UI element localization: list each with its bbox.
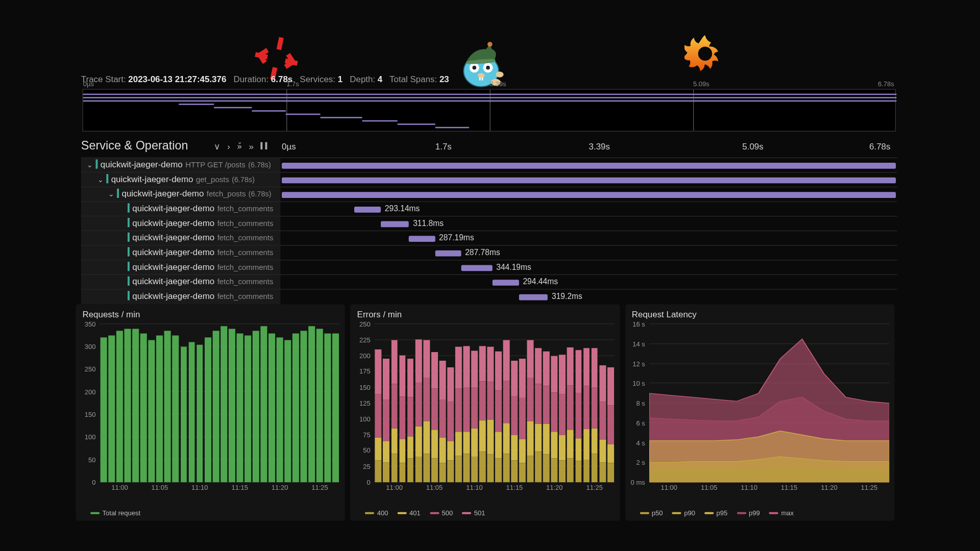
legend: p50p90p95p99max [640,510,794,517]
span-duration: (6.78s) [232,176,255,184]
legend-item[interactable]: p50 [640,510,663,517]
svg-point-11 [472,66,476,70]
bar-plot [374,324,614,482]
spans-value: 23 [439,74,449,85]
logo-row [0,16,979,76]
span-row[interactable]: quickwit-jaeger-demo fetch_comments 319.… [81,289,897,304]
svg-point-17 [487,42,493,47]
depth-label: Depth: [350,74,375,85]
operation-name: fetch_comments [217,205,274,213]
services-label: Services: [300,74,335,85]
span-row[interactable]: quickwit-jaeger-demo fetch_comments 293.… [81,202,897,216]
x-axis: 11:0011:0511:1011:1511:2011:25 [649,484,889,493]
span-row[interactable]: quickwit-jaeger-demo fetch_comments 311.… [81,216,897,231]
service-name: quickwit-jaeger-demo [111,174,193,184]
operation-name: fetch_comments [217,292,274,300]
service-name: quickwit-jaeger-demo [132,233,214,243]
service-name: quickwit-jaeger-demo [121,189,204,199]
collapse-icon[interactable]: ∨ [214,141,220,152]
service-name: quickwit-jaeger-demo [132,277,214,287]
span-duration: (6.78s) [248,161,271,169]
span-header-row: Service & Operation ∨ › »̌ » 0µs1.7s3.39… [81,139,897,156]
services-value: 1 [338,74,342,85]
legend-item[interactable]: p90 [672,510,695,517]
span-duration-label: 287.78ms [465,248,500,257]
expand-icon[interactable]: › [227,141,230,152]
legend-item[interactable]: 500 [430,510,453,517]
timeline-ruler: 0µs1.7s3.39s5.09s6.78s [282,141,896,155]
operation-name: fetch_comments [217,219,274,228]
legend-item[interactable]: 501 [462,510,485,517]
span-duration-label: 293.14ms [385,204,420,213]
span-row[interactable]: ⌄ quickwit-jaeger-demo get_posts (6.78s) [81,172,897,187]
operation-name: fetch_comments [217,278,274,286]
span-duration-label: 294.44ms [523,277,558,286]
span-duration-label: 344.19ms [496,262,531,271]
operation-name: fetch_comments [217,234,274,242]
legend-item[interactable]: 401 [398,510,421,517]
span-row[interactable]: ⌄ quickwit-jaeger-demo HTTP GET /posts (… [81,158,897,172]
operation-name: fetch_comments [217,248,274,257]
legend-item[interactable]: Total request [90,510,140,517]
legend-item[interactable]: p95 [704,510,727,517]
span-duration-label: 311.8ms [413,218,444,228]
span-row[interactable]: ⌄ quickwit-jaeger-demo fetch_posts (6.78… [81,187,897,202]
y-axis: 0255075100125150175200225250 [351,324,373,482]
bar-plot [100,324,339,482]
service-name: quickwit-jaeger-demo [132,262,214,272]
collapse-all-icon[interactable]: »̌ [237,141,242,152]
service-name: quickwit-jaeger-demo [132,203,214,213]
area-plot [649,324,889,482]
span-list: ⌄ quickwit-jaeger-demo HTTP GET /posts (… [81,158,897,304]
operation-name: HTTP GET /posts [185,161,246,169]
depth-value: 4 [378,74,382,85]
chevron-down-icon[interactable]: ⌄ [86,161,93,169]
panel-errors[interactable]: Errors / min 025507510012515017520022525… [351,304,620,520]
y-axis: 0 ms2 s4 s6 s8 s10 s12 s14 s16 s [625,324,648,482]
span-duration-label: 287.19ms [439,233,474,242]
trace-start-value: 2023-06-13 21:27:45.376 [128,74,226,85]
operation-name: fetch_comments [217,263,274,271]
svg-rect-0 [277,37,284,51]
chevron-down-icon[interactable]: ⌄ [108,190,114,198]
legend-item[interactable]: 400 [365,510,388,517]
legend: Total request [90,510,140,517]
panel-title: Errors / min [351,304,620,322]
duration-label: Duration: [233,74,268,85]
operation-name: fetch_posts [207,190,246,198]
legend-item[interactable]: max [769,510,794,517]
trace-summary: Trace Start: 2023-06-13 21:27:45.376 Dur… [81,74,897,85]
span-row[interactable]: quickwit-jaeger-demo fetch_comments 294.… [81,274,897,289]
span-row[interactable]: quickwit-jaeger-demo fetch_comments 287.… [81,231,897,245]
pause-icon[interactable] [260,141,267,152]
x-axis: 11:0011:0511:1011:1511:2011:25 [100,484,339,493]
y-axis: 050100150200250300350 [76,324,98,482]
panel-title: Request Latency [625,304,895,322]
service-name: quickwit-jaeger-demo [132,247,214,257]
panel-requests[interactable]: Requests / min 050100150200250300350 11:… [76,304,345,520]
span-row[interactable]: quickwit-jaeger-demo fetch_comments 287.… [81,245,897,260]
chevron-down-icon[interactable]: ⌄ [97,176,104,184]
service-operation-heading: Service & Operation [81,139,188,153]
operation-name: get_posts [196,176,229,184]
span-duration: (6.78s) [249,190,272,198]
panel-latency[interactable]: Request Latency 0 ms2 s4 s6 s8 s10 s12 s… [625,304,895,520]
expand-all-icon[interactable]: » [249,141,253,152]
spans-label: Total Spans: [389,74,437,85]
legend: 400401500501 [365,510,485,517]
service-name: quickwit-jaeger-demo [101,159,183,169]
grafana-logo [684,32,726,75]
service-name: quickwit-jaeger-demo [132,218,214,228]
service-name: quickwit-jaeger-demo [132,291,214,301]
span-row[interactable]: quickwit-jaeger-demo fetch_comments 344.… [81,260,897,274]
span-duration-label: 319.2ms [552,292,582,301]
svg-point-13 [486,66,490,70]
trace-minimap[interactable]: 0µs1.7s3.39s5.09s6.78s [82,89,896,131]
legend-item[interactable]: p99 [737,510,760,517]
x-axis: 11:0011:0511:1011:1511:2011:25 [374,484,614,493]
panel-title: Requests / min [76,304,345,322]
